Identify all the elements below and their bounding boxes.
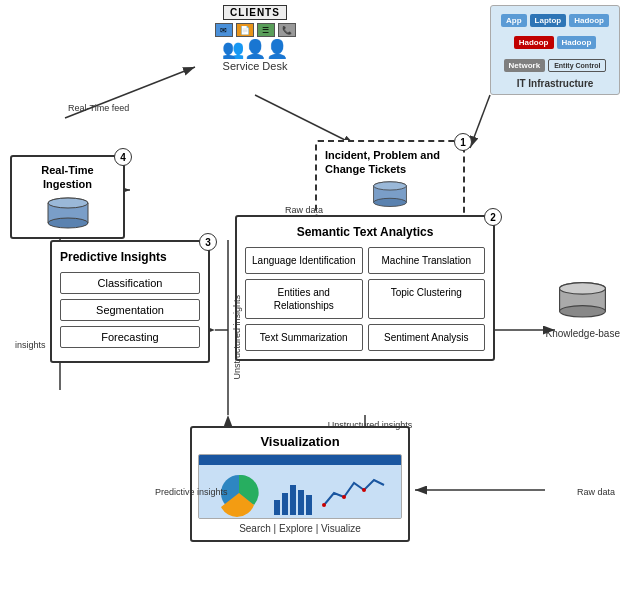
incident-number: 1 (454, 133, 472, 151)
svg-point-43 (362, 488, 366, 492)
label-unstructured-insights2: Unstructured insights (232, 295, 242, 380)
label-unstructured-insights: Unstructured insights (328, 420, 413, 430)
svg-rect-40 (306, 495, 312, 515)
icon-list: ☰ (257, 23, 275, 37)
kb-db-icon (555, 280, 610, 322)
incident-box: 1 Incident, Problem and Change Tickets (315, 140, 465, 217)
label-raw-data-bottom: Raw data (577, 487, 615, 497)
semantic-topic: Topic Clustering (368, 279, 486, 319)
viz-dashboard-svg (199, 455, 402, 519)
label-predictive-insights: Predictive insights (155, 487, 228, 497)
semantic-grid: Language Identification Machine Translat… (245, 247, 485, 351)
semantic-box: 2 Semantic Text Analytics Language Ident… (235, 215, 495, 361)
semantic-text-sum: Text Summarization (245, 324, 363, 351)
pred-segmentation: Segmentation (60, 299, 200, 321)
svg-point-26 (374, 181, 407, 189)
predictive-number: 3 (199, 233, 217, 251)
incident-db-icon (370, 181, 410, 209)
svg-line-3 (255, 95, 355, 145)
icon-email: ✉ (215, 23, 233, 37)
it-block-network: Network (504, 59, 546, 72)
clients-people-icons: 👥👤👤 (195, 40, 315, 58)
pred-forecasting: Forecasting (60, 326, 200, 348)
label-raw-data-top: Raw data (285, 205, 323, 215)
it-block-hadoop2: Hadoop (514, 36, 554, 49)
it-block-app: App (501, 14, 527, 27)
svg-rect-37 (282, 493, 288, 515)
svg-rect-36 (274, 500, 280, 515)
incident-title: Incident, Problem and Change Tickets (325, 148, 455, 177)
svg-rect-38 (290, 485, 296, 515)
it-infra-inner: App Laptop Hadoop Hadoop Hadoop Network … (500, 11, 610, 75)
icon-doc: 📄 (236, 23, 254, 37)
semantic-lang-id: Language Identification (245, 247, 363, 274)
it-infra-label: IT Infrastructure (517, 78, 594, 89)
svg-line-4 (470, 95, 490, 148)
it-block-entity: Entity Control (548, 59, 606, 72)
svg-point-42 (342, 495, 346, 499)
semantic-machine-trans: Machine Translation (368, 247, 486, 274)
svg-point-20 (48, 198, 88, 208)
viz-screen (198, 454, 402, 519)
svg-point-31 (560, 306, 606, 317)
predictive-box: 3 Predictive Insights Classification Seg… (50, 240, 210, 363)
viz-box: Visualization (190, 426, 410, 542)
realtime-db-icon (44, 197, 92, 231)
svg-point-25 (374, 198, 407, 206)
clients-label: CLIENTS (223, 5, 287, 20)
diagram: CLIENTS ✉ 📄 ☰ 📞 👥👤👤 Service Desk App Lap… (0, 0, 640, 597)
predictive-title: Predictive Insights (60, 250, 200, 264)
it-infra-box: App Laptop Hadoop Hadoop Hadoop Network … (490, 5, 620, 95)
realtime-number: 4 (114, 148, 132, 166)
it-block-hadoop3: Hadoop (557, 36, 597, 49)
kb-box: Knowledge-base (546, 280, 621, 339)
clients-icons: ✉ 📄 ☰ 📞 (195, 23, 315, 37)
kb-label: Knowledge-base (546, 328, 621, 339)
realtime-box: 4 Real-Time Ingestion (10, 155, 125, 239)
it-block-hadoop1: Hadoop (569, 14, 609, 27)
svg-point-41 (322, 503, 326, 507)
svg-point-32 (560, 283, 606, 294)
svg-rect-33 (199, 455, 402, 465)
svg-point-19 (48, 218, 88, 228)
viz-sublabel: Search | Explore | Visualize (198, 523, 402, 534)
semantic-title: Semantic Text Analytics (245, 225, 485, 239)
pred-classification: Classification (60, 272, 200, 294)
realtime-title: Real-Time Ingestion (17, 163, 118, 192)
label-realtime-feed: Real-Time feed (68, 103, 129, 113)
service-desk-label: Service Desk (195, 60, 315, 72)
svg-rect-39 (298, 490, 304, 515)
viz-title: Visualization (198, 434, 402, 449)
semantic-entities: Entities and Relationships (245, 279, 363, 319)
semantic-number: 2 (484, 208, 502, 226)
semantic-sentiment: Sentiment Analysis (368, 324, 486, 351)
it-block-laptop: Laptop (530, 14, 567, 27)
icon-phone: 📞 (278, 23, 296, 37)
label-insights: insights (15, 340, 46, 350)
clients-box: CLIENTS ✉ 📄 ☰ 📞 👥👤👤 Service Desk (195, 5, 315, 72)
